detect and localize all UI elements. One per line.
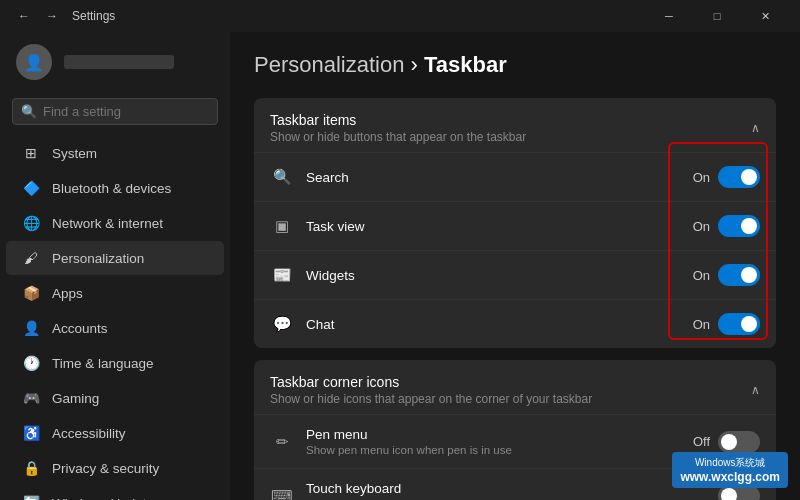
user-name-bar (64, 55, 174, 69)
section-title-taskbar-corner: Taskbar corner icons (270, 374, 592, 390)
network-icon: 🌐 (22, 215, 40, 231)
back-button[interactable]: ← (12, 5, 36, 27)
search-toggle-label: On (693, 170, 710, 185)
watermark-line2: www.wxclgg.com (680, 470, 780, 484)
sidebar-item-accounts[interactable]: 👤 Accounts (6, 311, 224, 345)
search-icon: 🔍 (21, 104, 37, 119)
sidebar-item-privacy[interactable]: 🔒 Privacy & security (6, 451, 224, 485)
breadcrumb-arrow: › (411, 52, 424, 77)
sidebar-item-label-privacy: Privacy & security (52, 461, 159, 476)
sidebar-item-label-accounts: Accounts (52, 321, 108, 336)
sidebar-item-label-time: Time & language (52, 356, 154, 371)
widgets-toggle[interactable] (718, 264, 760, 286)
taskview-row-icon: ▣ (270, 214, 294, 238)
section-subtitle-taskbar-corner: Show or hide icons that appear on the co… (270, 392, 592, 406)
sidebar-item-gaming[interactable]: 🎮 Gaming (6, 381, 224, 415)
search-row: 🔍 Search On (254, 152, 776, 201)
sidebar-item-label-accessibility: Accessibility (52, 426, 126, 441)
user-section: 👤 (0, 32, 230, 92)
apps-icon: 📦 (22, 285, 40, 301)
avatar: 👤 (16, 44, 52, 80)
sidebar-item-apps[interactable]: 📦 Apps (6, 276, 224, 310)
taskview-toggle-label: On (693, 219, 710, 234)
chat-toggle[interactable] (718, 313, 760, 335)
section-subtitle-taskbar-items: Show or hide buttons that appear on the … (270, 130, 526, 144)
system-icon: ⊞ (22, 145, 40, 161)
time-icon: 🕐 (22, 355, 40, 371)
chat-control: On (693, 313, 760, 335)
pen-menu-desc: Show pen menu icon when pen is in use (306, 444, 693, 456)
sidebar-item-label-gaming: Gaming (52, 391, 99, 406)
search-row-icon: 🔍 (270, 165, 294, 189)
section-title-taskbar-items: Taskbar items (270, 112, 526, 128)
search-box[interactable]: 🔍 (12, 98, 218, 125)
watermark: Windows系统城 www.wxclgg.com (672, 452, 788, 488)
accounts-icon: 👤 (22, 320, 40, 336)
privacy-icon: 🔒 (22, 460, 40, 476)
search-label: Search (306, 170, 693, 185)
taskview-row: ▣ Task view On (254, 201, 776, 250)
widgets-toggle-label: On (693, 268, 710, 283)
window-controls: ─ □ ✕ (646, 0, 788, 32)
sidebar-item-system[interactable]: ⊞ System (6, 136, 224, 170)
search-control: On (693, 166, 760, 188)
close-button[interactable]: ✕ (742, 0, 788, 32)
section-header-taskbar-corner: Taskbar corner icons Show or hide icons … (254, 360, 776, 414)
gaming-icon: 🎮 (22, 390, 40, 406)
pen-menu-toggle-label: Off (693, 434, 710, 449)
breadcrumb-current: Taskbar (424, 52, 507, 77)
pen-menu-control: Off (693, 431, 760, 453)
chevron-up-icon-2: ∧ (751, 383, 760, 397)
sidebar-item-accessibility[interactable]: ♿ Accessibility (6, 416, 224, 450)
sidebar-item-label-update: Windows Update (52, 496, 154, 501)
sidebar-item-time[interactable]: 🕐 Time & language (6, 346, 224, 380)
main-content: Personalization › Taskbar Taskbar items … (230, 32, 800, 500)
pen-menu-icon: ✏ (270, 430, 294, 454)
widgets-row: 📰 Widgets On (254, 250, 776, 299)
touch-keyboard-label: Touch keyboard (306, 481, 710, 496)
watermark-line1: Windows系统城 (695, 456, 766, 470)
nav-items: ⊞ System 🔷 Bluetooth & devices 🌐 Network… (0, 135, 230, 500)
sidebar-item-bluetooth[interactable]: 🔷 Bluetooth & devices (6, 171, 224, 205)
section-header-taskbar-items: Taskbar items Show or hide buttons that … (254, 98, 776, 152)
touch-keyboard-icon: ⌨ (270, 484, 294, 501)
taskview-label: Task view (306, 219, 693, 234)
sidebar-item-update[interactable]: 🔄 Windows Update (6, 486, 224, 500)
accessibility-icon: ♿ (22, 425, 40, 441)
widgets-row-icon: 📰 (270, 263, 294, 287)
chat-toggle-label: On (693, 317, 710, 332)
widgets-control: On (693, 264, 760, 286)
title-bar: ← → Settings ─ □ ✕ (0, 0, 800, 32)
forward-button[interactable]: → (40, 5, 64, 27)
maximize-button[interactable]: □ (694, 0, 740, 32)
search-input[interactable] (43, 104, 211, 119)
sidebar-item-label-system: System (52, 146, 97, 161)
sidebar-item-label-bluetooth: Bluetooth & devices (52, 181, 171, 196)
sidebar-item-personalization[interactable]: 🖌 Personalization (6, 241, 224, 275)
chat-label: Chat (306, 317, 693, 332)
taskbar-items-section: Taskbar items Show or hide buttons that … (254, 98, 776, 348)
taskview-control: On (693, 215, 760, 237)
bluetooth-icon: 🔷 (22, 180, 40, 196)
chat-row: 💬 Chat On (254, 299, 776, 348)
search-toggle[interactable] (718, 166, 760, 188)
sidebar-item-label-personalization: Personalization (52, 251, 144, 266)
personalization-icon: 🖌 (22, 250, 40, 266)
app-title: Settings (72, 9, 115, 23)
widgets-label: Widgets (306, 268, 693, 283)
pen-menu-label: Pen menu (306, 427, 693, 442)
sidebar-item-network[interactable]: 🌐 Network & internet (6, 206, 224, 240)
minimize-button[interactable]: ─ (646, 0, 692, 32)
taskview-toggle[interactable] (718, 215, 760, 237)
pen-menu-toggle[interactable] (718, 431, 760, 453)
update-icon: 🔄 (22, 495, 40, 500)
page-header: Personalization › Taskbar (254, 52, 776, 78)
chevron-up-icon: ∧ (751, 121, 760, 135)
sidebar-item-label-network: Network & internet (52, 216, 163, 231)
sidebar: 👤 🔍 ⊞ System 🔷 Bluetooth & devices 🌐 Net… (0, 32, 230, 500)
sidebar-item-label-apps: Apps (52, 286, 83, 301)
breadcrumb-parent[interactable]: Personalization (254, 52, 404, 77)
chat-row-icon: 💬 (270, 312, 294, 336)
